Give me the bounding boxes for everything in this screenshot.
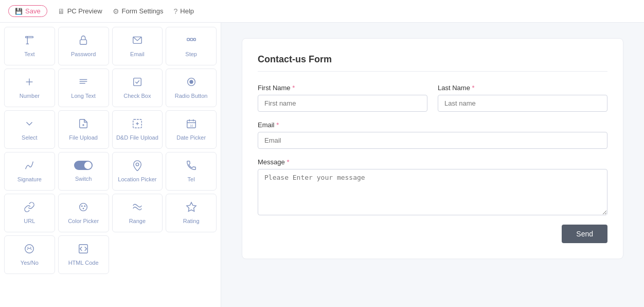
form-title: Contact-us Form <box>258 54 607 72</box>
step-icon <box>186 35 197 47</box>
last-name-input[interactable] <box>438 95 607 112</box>
widget-dnd-file-upload[interactable]: D&D File Upload <box>112 110 163 149</box>
help-button[interactable]: ? Help <box>173 7 194 15</box>
widget-signature[interactable]: Signature <box>4 152 55 191</box>
last-name-group: Last Name * <box>438 84 607 112</box>
location-picker-icon <box>132 160 143 173</box>
widget-yes-no-label: Yes/No <box>21 259 39 266</box>
first-name-input[interactable] <box>258 95 427 112</box>
help-label: Help <box>180 7 194 15</box>
widget-date-picker[interactable]: 10 Date Picker <box>166 110 217 149</box>
email-input[interactable] <box>258 132 607 149</box>
signature-icon <box>24 160 35 173</box>
save-icon: 💾 <box>15 8 23 15</box>
dnd-file-upload-icon <box>132 118 143 131</box>
widget-url[interactable]: URL <box>4 194 55 232</box>
widget-panel: Text Password Email Ste <box>0 23 221 307</box>
widget-range[interactable]: Range <box>112 194 163 232</box>
last-name-label: Last Name * <box>438 84 607 92</box>
widget-color-picker[interactable]: Color Picker <box>58 194 109 232</box>
svg-rect-13 <box>134 78 141 86</box>
widget-email[interactable]: Email <box>112 27 163 65</box>
help-icon: ? <box>173 7 177 15</box>
widget-number[interactable]: Number <box>4 69 55 107</box>
name-row: First Name * Last Name * <box>258 84 607 112</box>
widget-email-label: Email <box>130 50 145 58</box>
widget-radio-button[interactable]: Radio Button <box>166 69 217 107</box>
first-name-required: * <box>292 84 295 92</box>
yes-no-icon <box>24 243 35 256</box>
svg-point-15 <box>189 80 193 83</box>
widget-step[interactable]: Step <box>166 27 217 65</box>
widget-html-code[interactable]: HTML Code <box>58 235 109 274</box>
widget-long-text[interactable]: Long Text <box>58 69 109 107</box>
widget-rating[interactable]: Rating <box>166 194 217 232</box>
file-upload-icon <box>78 118 89 131</box>
widget-radio-button-label: Radio Button <box>175 92 208 99</box>
widget-file-upload-label: File Upload <box>69 134 98 141</box>
save-button[interactable]: 💾 Save <box>8 5 47 17</box>
pc-preview-button[interactable]: 🖥 PC Preview <box>58 7 102 15</box>
date-picker-icon: 10 <box>186 118 197 131</box>
toolbar: 💾 Save 🖥 PC Preview ⚙ Form Settings ? He… <box>0 0 644 23</box>
select-icon <box>24 118 35 131</box>
widget-text-label: Text <box>24 50 34 58</box>
svg-point-32 <box>83 208 84 209</box>
widget-check-box[interactable]: Check Box <box>112 69 163 107</box>
widget-url-label: URL <box>24 217 35 225</box>
url-icon <box>24 201 35 214</box>
widget-password[interactable]: Password <box>58 27 109 65</box>
widget-password-label: Password <box>71 50 96 58</box>
number-icon <box>24 76 35 89</box>
widget-step-label: Step <box>185 50 197 58</box>
widget-select[interactable]: Select <box>4 110 55 149</box>
widget-tel[interactable]: Tel <box>166 152 217 191</box>
widget-tel-label: Tel <box>188 176 195 183</box>
widget-select-label: Select <box>22 134 38 141</box>
submit-button[interactable]: Send <box>562 225 607 243</box>
widget-file-upload[interactable]: File Upload <box>58 110 109 149</box>
email-row: Email * <box>258 121 607 149</box>
color-picker-icon <box>78 201 89 214</box>
widget-location-picker-label: Location Picker <box>118 176 156 183</box>
text-icon <box>24 35 35 47</box>
switch-icon <box>74 160 93 172</box>
svg-rect-6 <box>190 38 193 41</box>
message-label: Message * <box>258 158 607 166</box>
long-text-icon <box>78 76 89 89</box>
widget-text[interactable]: Text <box>4 27 55 65</box>
radio-button-icon <box>186 76 197 89</box>
svg-point-30 <box>81 206 83 207</box>
svg-point-36 <box>25 245 34 253</box>
check-box-icon <box>132 76 143 89</box>
email-required: * <box>276 121 279 129</box>
svg-point-29 <box>80 203 87 211</box>
first-name-group: First Name * <box>258 84 427 112</box>
widget-yes-no[interactable]: Yes/No <box>4 235 55 274</box>
settings-icon: ⚙ <box>113 7 119 15</box>
widget-grid: Text Password Email Ste <box>4 27 217 274</box>
form-container: Contact-us Form First Name * Last Name * <box>242 38 623 259</box>
svg-rect-7 <box>193 38 195 41</box>
email-icon <box>132 35 143 47</box>
widget-switch[interactable]: Switch <box>58 152 109 191</box>
email-label: Email * <box>258 121 607 129</box>
widget-date-picker-label: Date Picker <box>176 134 206 141</box>
form-settings-button[interactable]: ⚙ Form Settings <box>113 7 164 15</box>
widget-html-code-label: HTML Code <box>68 259 99 266</box>
widget-dnd-file-upload-label: D&D File Upload <box>116 134 158 141</box>
message-input[interactable] <box>258 169 607 215</box>
widget-check-box-label: Check Box <box>123 92 151 99</box>
html-code-icon <box>78 243 89 256</box>
monitor-icon: 🖥 <box>58 7 65 15</box>
svg-point-34 <box>28 247 29 248</box>
form-preview-panel: Contact-us Form First Name * Last Name * <box>221 23 644 307</box>
submit-row: Send <box>258 225 607 243</box>
password-icon <box>78 35 89 47</box>
widget-long-text-label: Long Text <box>71 92 96 99</box>
widget-location-picker[interactable]: Location Picker <box>112 152 163 191</box>
range-icon <box>132 201 143 214</box>
svg-rect-3 <box>80 40 87 44</box>
svg-point-27 <box>84 162 92 169</box>
message-required: * <box>287 158 289 166</box>
